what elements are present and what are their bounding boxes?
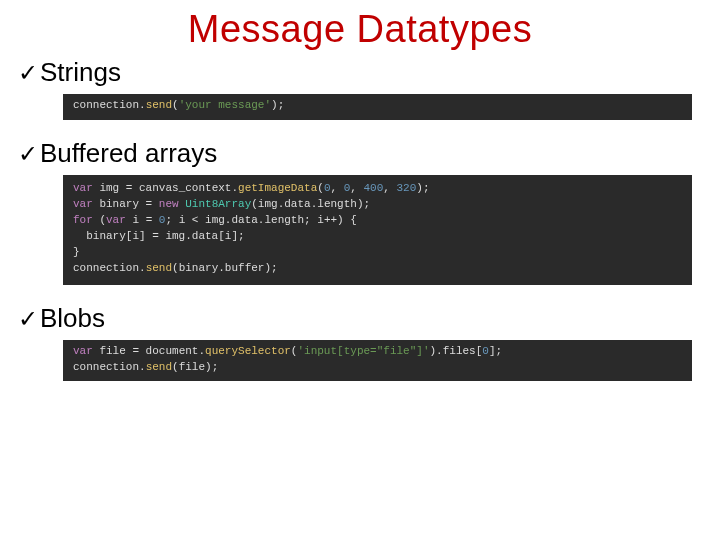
- code-token: ,: [330, 182, 343, 194]
- code-token: 320: [397, 182, 417, 194]
- code-block-strings: connection.send('your message');: [63, 94, 692, 120]
- code-token: var: [106, 214, 126, 226]
- bullet-strings: ✓ Strings: [18, 57, 702, 88]
- code-token: (: [317, 182, 324, 194]
- code-token: binary[i] = img.data[i];: [73, 230, 245, 242]
- code-token: var: [73, 182, 93, 194]
- code-token: (file);: [172, 361, 218, 373]
- code-token: );: [416, 182, 429, 194]
- code-token: var: [73, 198, 93, 210]
- code-block-blobs: var file = document.querySelector('input…: [63, 340, 692, 382]
- slide: Message Datatypes ✓ Strings connection.s…: [0, 0, 720, 540]
- code-token: 400: [364, 182, 384, 194]
- code-token: ; i < img.data.length; i++) {: [165, 214, 356, 226]
- code-token: (: [172, 99, 179, 111]
- code-token: 'your message': [179, 99, 271, 111]
- check-icon: ✓: [18, 140, 38, 168]
- code-token: 0: [482, 345, 489, 357]
- code-token: send: [146, 361, 172, 373]
- code-token: ).files[: [430, 345, 483, 357]
- code-token: ];: [489, 345, 502, 357]
- code-token: Uint8Array: [185, 198, 251, 210]
- bullet-blobs-label: Blobs: [40, 303, 105, 334]
- code-token: var: [73, 345, 93, 357]
- code-token: connection.: [73, 361, 146, 373]
- code-token: new: [159, 198, 179, 210]
- code-token: connection.: [73, 262, 146, 274]
- check-icon: ✓: [18, 305, 38, 333]
- code-block-buffered: var img = canvas_context.getImageData(0,…: [63, 175, 692, 285]
- slide-title: Message Datatypes: [138, 8, 582, 51]
- bullet-blobs: ✓ Blobs: [18, 303, 702, 334]
- code-token: }: [73, 246, 80, 258]
- code-token: binary =: [93, 198, 159, 210]
- code-token: (binary.buffer);: [172, 262, 278, 274]
- code-token: (: [93, 214, 106, 226]
- code-token: );: [271, 99, 284, 111]
- bullet-strings-label: Strings: [40, 57, 121, 88]
- code-token: getImageData: [238, 182, 317, 194]
- code-token: i =: [126, 214, 159, 226]
- check-icon: ✓: [18, 59, 38, 87]
- code-token: 'input[type="file"]': [297, 345, 429, 357]
- code-token: send: [146, 262, 172, 274]
- code-token: ,: [350, 182, 363, 194]
- code-token: (img.data.length);: [251, 198, 370, 210]
- code-token: ,: [383, 182, 396, 194]
- bullet-buffered-label: Buffered arrays: [40, 138, 217, 169]
- code-token: for: [73, 214, 93, 226]
- code-token: img = canvas_context.: [93, 182, 238, 194]
- code-token: send: [146, 99, 172, 111]
- bullet-buffered: ✓ Buffered arrays: [18, 138, 702, 169]
- code-token: querySelector: [205, 345, 291, 357]
- code-token: connection.: [73, 99, 146, 111]
- code-token: file = document.: [93, 345, 205, 357]
